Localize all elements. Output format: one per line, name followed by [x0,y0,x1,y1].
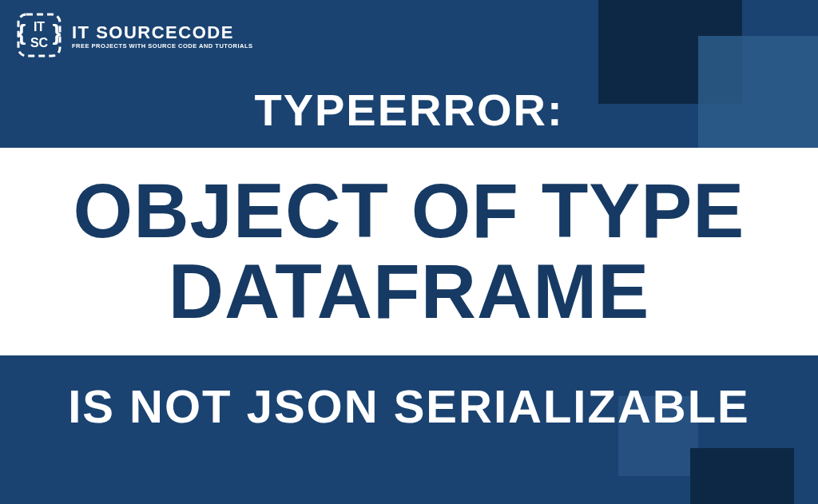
svg-text:}: } [53,20,62,45]
main-content-band: OBJECT OF TYPE DATAFRAME [0,148,818,355]
logo-title: IT SOURCECODE [72,24,253,42]
logo-icon: IT SC { } [16,12,62,62]
logo-tagline: FREE PROJECTS WITH SOURCE CODE AND TUTOR… [72,43,253,50]
decorative-square [690,448,794,504]
error-type-heading: TYPEERROR: [0,84,818,136]
main-error-text: OBJECT OF TYPE DATAFRAME [73,171,745,332]
error-detail-heading: IS NOT JSON SERIALIZABLE [0,379,818,433]
svg-text:{: { [18,20,26,45]
svg-text:IT: IT [34,20,45,34]
site-logo: IT SC { } IT SOURCECODE FREE PROJECTS WI… [16,12,253,62]
logo-text: IT SOURCECODE FREE PROJECTS WITH SOURCE … [72,24,253,50]
svg-text:SC: SC [30,36,49,50]
